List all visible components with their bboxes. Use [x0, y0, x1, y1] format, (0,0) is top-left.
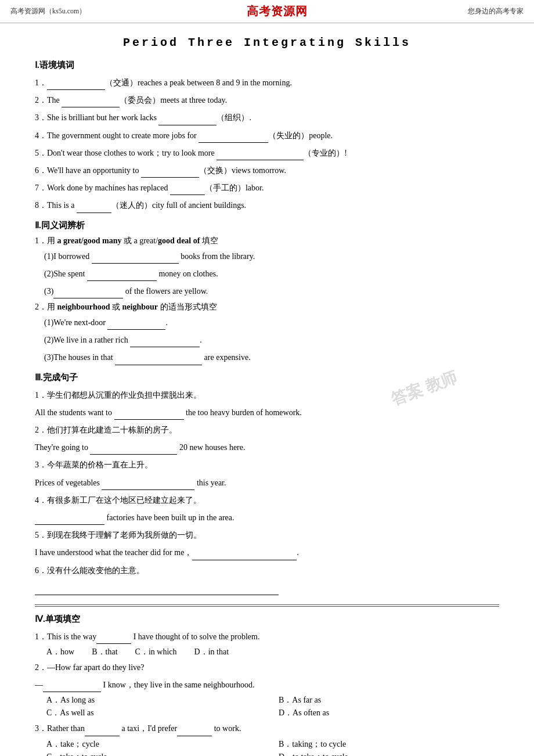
s4-q2-optD: D．As often as — [279, 708, 499, 718]
s4-q3-text: 3．Rather than a taxi，I'd prefer to work. — [35, 721, 499, 736]
s4-blank3a — [85, 727, 120, 736]
s3-q2-cn: 2．他们打算在此建造二十栋新的房子。 — [35, 423, 499, 437]
s3-q6-cn: 6．没有什么能改变他的主意。 — [35, 563, 499, 578]
s1-blank4 — [199, 134, 268, 143]
header-left-text: 高考资源网（ks5u.com） — [10, 6, 86, 16]
s3-q2-en: They're going to 20 new houses here. — [35, 440, 499, 455]
page-title: Period Three Integrating Skills — [0, 36, 534, 49]
s1-q4: 4．The government ought to create more jo… — [35, 128, 499, 143]
s4-q2-optA: A．As long as — [46, 695, 267, 705]
s4-q3-options: A．take；cycle B．taking；to cycle C．take；to… — [46, 739, 499, 756]
s4-q1-optD: D．in that — [194, 647, 229, 657]
s2-q2-title: 2．用 neighbourhood 或 neighbour 的适当形式填空 — [35, 302, 499, 312]
s2-q1-3: (3) of the flowers are yellow. — [44, 284, 499, 298]
s1-blank5 — [217, 151, 304, 160]
s4-q1-optA: A．how — [46, 647, 74, 657]
s2-q2-1: (1)We're next-door . — [44, 315, 499, 330]
header-center-logo: 高考资源网 — [247, 3, 308, 19]
s2-blank6 — [115, 356, 202, 365]
s4-q3-optD: D．to take；to cycle — [279, 752, 499, 756]
s3-q5-en: I have understood what the teacher did f… — [35, 545, 499, 560]
s4-q2-optB: B．As far as — [279, 695, 499, 705]
page-wrapper: 高考资源网（ks5u.com） 高考资源网 您身边的高考专家 Period Th… — [0, 0, 534, 756]
s2-q1-2: (2)She spent money on clothes. — [44, 267, 499, 281]
s2-q1-1: (1)I borrowed books from the library. — [44, 249, 499, 264]
s2-q2-3: (3)The houses in that are expensive. — [44, 350, 499, 365]
section4-title: Ⅳ.单项填空 — [35, 614, 499, 625]
s3-q3-cn: 3．今年蔬菜的价格一直在上升。 — [35, 458, 499, 472]
s4-q1-text: 1．This is the way I have thought of to s… — [35, 629, 499, 644]
section2-title: Ⅱ.同义词辨析 — [35, 220, 499, 231]
s4-q1-options: A．how B．that C．in which D．in that — [46, 647, 499, 657]
s1-blank6 — [141, 168, 199, 178]
s3-blank1 — [114, 411, 184, 420]
section3-title: Ⅲ.完成句子 — [35, 372, 499, 383]
s4-q3-optB: B．taking；to cycle — [279, 739, 499, 750]
s3-q1-en: All the students want to the too heavy b… — [35, 405, 499, 420]
s1-blank8 — [77, 204, 111, 213]
s4-blank1 — [96, 635, 131, 644]
s1-q2: 2．The （委员会）meets at three today. — [35, 93, 499, 107]
s1-q6: 6．We'll have an opportunity to （交换）views… — [35, 163, 499, 178]
s3-blank5 — [192, 551, 297, 560]
s2-blank2 — [87, 272, 157, 281]
s4-q1-optC: C．in which — [135, 647, 177, 657]
s2-blank4 — [107, 321, 165, 330]
s2-blank5 — [130, 338, 200, 347]
s3-q6-en — [35, 581, 499, 595]
s3-blank2 — [90, 445, 177, 455]
s3-q5-cn: 5．到现在我终于理解了老师为我所做的一切。 — [35, 528, 499, 542]
s4-q2-text: 2．—How far apart do they live? — [35, 660, 499, 675]
s4-q3-optA: A．take；cycle — [46, 739, 267, 750]
s4-blank3b — [177, 727, 212, 736]
s4-q1-optB: B．that — [92, 647, 117, 657]
s2-blank3 — [53, 289, 123, 298]
section1-title: Ⅰ.语境填词 — [35, 60, 499, 71]
s1-q1: 1．（交通）reaches a peak between 8 and 9 in … — [35, 75, 499, 90]
s3-blank3 — [102, 481, 194, 490]
s4-q2-optC: C．As well as — [46, 708, 267, 718]
main-content: Ⅰ.语境填词 1．（交通）reaches a peak between 8 an… — [0, 60, 534, 756]
section-divider — [35, 604, 499, 605]
header-right-text: 您身边的高考专家 — [468, 6, 524, 16]
s1-blank7 — [170, 186, 205, 195]
s1-blank2 — [62, 98, 120, 107]
s3-q1-cn: 1．学生们都想从沉重的作业负担中摆脱出来。 — [35, 388, 499, 402]
page-header: 高考资源网（ks5u.com） 高考资源网 您身边的高考专家 — [0, 0, 534, 23]
s4-q2-options: A．As long as B．As far as C．As well as D．… — [46, 695, 499, 718]
s4-q2-text2: — I know，they live in the same neighbour… — [35, 678, 499, 692]
s1-blank1 — [47, 81, 105, 90]
s1-q7: 7．Work done by machines has replaced （手工… — [35, 181, 499, 195]
s3-q4-cn: 4．有很多新工厂在这个地区已经建立起来了。 — [35, 493, 499, 507]
s1-q5: 5．Don't wear those clothes to work；try t… — [35, 146, 499, 160]
s4-q3-optC: C．take；to cycle — [46, 752, 267, 756]
s1-q8: 8．This is a （迷人的）city full of ancient bu… — [35, 198, 499, 213]
s3-blank4 — [35, 516, 104, 525]
s1-q3: 3．She is brilliant but her work lacks （组… — [35, 110, 499, 125]
s3-q3-en: Prices of vegetables this year. — [35, 476, 499, 490]
s3-blank6 — [35, 586, 279, 595]
s3-q4-en: factories have been built up in the area… — [35, 510, 499, 525]
s2-q2-2: (2)We live in a rather rich . — [44, 333, 499, 347]
s1-blank3 — [158, 116, 217, 125]
section-divider2 — [35, 606, 499, 607]
s2-q1-title: 1．用 a great/good many 或 a great/good dea… — [35, 236, 499, 246]
s2-blank1 — [92, 254, 179, 264]
s4-blank2 — [43, 683, 101, 692]
